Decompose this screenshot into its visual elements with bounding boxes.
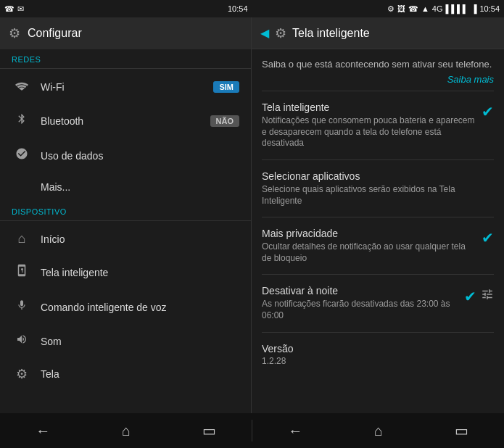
data-usage-icon — [12, 147, 32, 164]
status-signal-icon: ▌▌▌▌ — [445, 4, 468, 13]
right-panel-title: Tela inteligente — [292, 27, 370, 40]
status-4g-label: 4G — [432, 4, 443, 13]
left-recents-button[interactable]: ▭ — [191, 416, 228, 445]
setting-title-privacy: Mais privacidade — [262, 228, 476, 239]
right-panel-header: ◀ ⚙ Tela inteligente — [252, 17, 504, 49]
wifi-badge: SIM — [213, 81, 239, 93]
setting-check-night[interactable]: ✔ — [464, 288, 476, 305]
version-section: Versão 1.2.28 — [262, 336, 494, 373]
display-icon: ⚙ — [12, 366, 32, 382]
menu-item-home[interactable]: ⌂ Início — [0, 223, 251, 255]
setting-title-smart: Tela inteligente — [262, 101, 476, 113]
bluetooth-label: Bluetooth — [41, 115, 210, 127]
left-status-bar: ☎ ✉ 10:54 — [0, 0, 252, 17]
sound-label: Som — [41, 336, 239, 347]
left-home-button[interactable]: ⌂ — [110, 417, 142, 445]
setting-desc-privacy: Ocultar detalhes de notificação ao usar … — [262, 241, 476, 264]
settings-title: Configurar — [28, 27, 82, 40]
sound-icon — [12, 333, 32, 349]
left-status-time: 10:54 — [228, 4, 248, 13]
settings-header: ⚙ Configurar — [0, 17, 251, 49]
right-status-bar: ⚙ 🖼 ☎ ▲ 4G ▌▌▌▌ ▐ 10:54 — [252, 0, 505, 17]
settings-gear-icon: ⚙ — [9, 25, 20, 41]
menu-item-sound[interactable]: Som — [0, 325, 251, 357]
tune-icon-night[interactable] — [481, 288, 494, 304]
menu-item-smart-screen[interactable]: Tela inteligente — [0, 255, 251, 289]
setting-check-privacy[interactable]: ✔ — [482, 229, 494, 246]
setting-check-smart[interactable]: ✔ — [482, 103, 494, 120]
status-icon-phone: ☎ — [4, 4, 15, 14]
voice-icon — [12, 298, 32, 316]
status-img-icon: 🖼 — [397, 4, 405, 13]
setting-row-night[interactable]: Desativar à noite As notificações ficarã… — [262, 278, 494, 328]
smart-screen-icon — [12, 264, 32, 281]
right-nav-section: ← ⌂ ▭ — [252, 413, 504, 448]
display-label: Tela — [41, 368, 239, 380]
back-chevron-icon[interactable]: ◀ — [260, 26, 269, 40]
wifi-label: Wi-Fi — [41, 81, 213, 93]
menu-item-display[interactable]: ⚙ Tela — [0, 357, 251, 391]
version-number: 1.2.28 — [262, 356, 494, 366]
status-gear-icon: ⚙ — [387, 4, 394, 14]
setting-row-smart-screen[interactable]: Tela inteligente Notificações que consom… — [262, 94, 494, 157]
setting-desc-night: As notificações ficarão desativadas das … — [262, 299, 458, 321]
menu-item-data[interactable]: Uso de dados — [0, 138, 251, 173]
setting-row-apps[interactable]: Selecionar aplicativos Selecione quais a… — [262, 163, 494, 214]
settings-panel: ⚙ Configurar REDES Wi-Fi SIM Bluetooth N… — [0, 17, 252, 413]
status-icon-msg: ✉ — [17, 4, 24, 14]
bluetooth-badge: NÃO — [210, 115, 239, 127]
setting-row-privacy[interactable]: Mais privacidade Ocultar detalhes de not… — [262, 220, 494, 271]
status-phone-icon: ☎ — [408, 4, 418, 14]
menu-item-wifi[interactable]: Wi-Fi SIM — [0, 70, 251, 103]
smart-screen-detail-panel: ◀ ⚙ Tela inteligente Saiba o que está ac… — [252, 17, 504, 413]
data-label: Uso de dados — [41, 150, 239, 162]
section-redes-label: REDES — [0, 49, 251, 67]
status-wifi-icon: ▲ — [421, 4, 429, 13]
voice-label: Comando inteligente de voz — [41, 302, 239, 313]
setting-title-apps: Selecionar aplicativos — [262, 170, 488, 182]
more-label: Mais... — [41, 181, 239, 193]
right-home-button[interactable]: ⌂ — [363, 417, 394, 445]
setting-title-night: Desativar à noite — [262, 285, 458, 296]
navigation-bar: ← ⌂ ▭ ← ⌂ ▭ — [0, 413, 504, 448]
menu-item-more[interactable]: Mais... — [0, 173, 251, 202]
menu-item-bluetooth[interactable]: Bluetooth NÃO — [0, 103, 251, 138]
bluetooth-icon — [12, 112, 32, 130]
right-recents-button[interactable]: ▭ — [443, 416, 480, 445]
setting-desc-apps: Selecione quais aplicativos serão exibid… — [262, 184, 488, 207]
intro-text: Saiba o que está acontecendo sem ativar … — [262, 58, 494, 71]
version-label: Versão — [262, 343, 494, 354]
left-nav-section: ← ⌂ ▭ — [0, 413, 252, 448]
smart-screen-label: Tela inteligente — [41, 267, 239, 278]
section-device-label: DISPOSITIVO — [0, 202, 251, 219]
left-back-button[interactable]: ← — [24, 417, 62, 445]
status-battery-icon: ▐ — [471, 4, 477, 13]
learn-more-link[interactable]: Saiba mais — [262, 74, 494, 85]
setting-desc-smart: Notificações que consomem pouca bateria … — [262, 115, 476, 149]
right-status-time: 10:54 — [479, 4, 500, 13]
home-label: Início — [41, 233, 239, 245]
right-back-button[interactable]: ← — [276, 417, 314, 445]
right-gear-icon: ⚙ — [275, 25, 286, 41]
wifi-icon — [12, 79, 32, 94]
menu-item-voice[interactable]: Comando inteligente de voz — [0, 289, 251, 325]
home-icon: ⌂ — [12, 231, 32, 246]
